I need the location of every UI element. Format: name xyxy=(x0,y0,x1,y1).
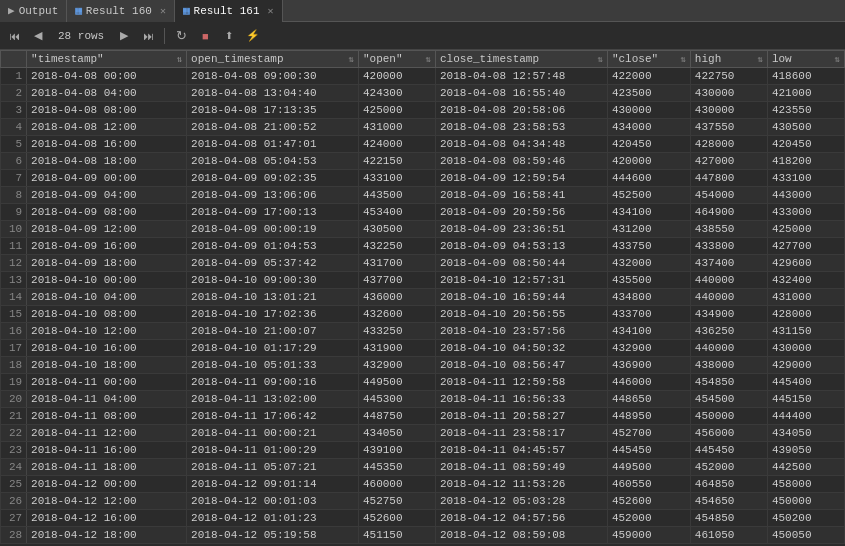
next-page-button[interactable]: ▶ xyxy=(114,26,134,46)
table-row[interactable]: 212018-04-11 08:002018-04-11 17:06:42448… xyxy=(1,408,845,425)
tab-result-160[interactable]: ▦ Result 160 ✕ xyxy=(67,0,175,22)
table-row[interactable]: 192018-04-11 00:002018-04-11 09:00:16449… xyxy=(1,374,845,391)
table-row[interactable]: 22018-04-08 04:002018-04-08 13:04:404243… xyxy=(1,85,845,102)
cell-timestamp: 2018-04-11 00:00 xyxy=(27,374,187,391)
cell-open: 452750 xyxy=(358,493,435,510)
cell-open_timestamp: 2018-04-10 21:00:07 xyxy=(187,323,359,340)
tab-output[interactable]: ▶ Output xyxy=(0,0,67,22)
col-header-timestamp[interactable]: "timestamp" ⇅ xyxy=(27,51,187,68)
cell-high: 430000 xyxy=(690,102,767,119)
cell-timestamp: 2018-04-08 00:00 xyxy=(27,68,187,85)
cell-high: 433800 xyxy=(690,238,767,255)
prev-page-button[interactable]: ◀ xyxy=(28,26,48,46)
cell-close_timestamp: 2018-04-08 16:55:40 xyxy=(436,85,608,102)
cell-open_timestamp: 2018-04-11 01:00:29 xyxy=(187,442,359,459)
cell-high: 454850 xyxy=(690,510,767,527)
cell-open: 451150 xyxy=(358,527,435,544)
col-header-high[interactable]: high ⇅ xyxy=(690,51,767,68)
sort-icon-high: ⇅ xyxy=(757,54,762,65)
cell-close: 445450 xyxy=(607,442,690,459)
table-row[interactable]: 252018-04-12 00:002018-04-12 09:01:14460… xyxy=(1,476,845,493)
cell-close: 431200 xyxy=(607,221,690,238)
export-button[interactable]: ⬆ xyxy=(219,26,239,46)
cell-low: 450050 xyxy=(767,527,844,544)
table-row[interactable]: 182018-04-10 18:002018-04-10 05:01:33432… xyxy=(1,357,845,374)
table-row[interactable]: 282018-04-12 18:002018-04-12 05:19:58451… xyxy=(1,527,845,544)
table-row[interactable]: 12018-04-08 00:002018-04-08 09:00:304200… xyxy=(1,68,845,85)
cell-low: 423550 xyxy=(767,102,844,119)
table-row[interactable]: 72018-04-09 00:002018-04-09 09:02:354331… xyxy=(1,170,845,187)
cell-low: 450200 xyxy=(767,510,844,527)
cell-open: 431900 xyxy=(358,340,435,357)
row-number: 8 xyxy=(1,187,27,204)
row-number: 10 xyxy=(1,221,27,238)
cell-timestamp: 2018-04-12 16:00 xyxy=(27,510,187,527)
table-row[interactable]: 82018-04-09 04:002018-04-09 13:06:064435… xyxy=(1,187,845,204)
table-row[interactable]: 232018-04-11 16:002018-04-11 01:00:29439… xyxy=(1,442,845,459)
cell-close_timestamp: 2018-04-10 08:56:47 xyxy=(436,357,608,374)
sort-icon-close-ts: ⇅ xyxy=(597,54,602,65)
results-table-container: "timestamp" ⇅ open_timestamp ⇅ "open" ⇅ xyxy=(0,50,845,546)
filter-button[interactable]: ⚡ xyxy=(243,26,263,46)
cell-timestamp: 2018-04-08 12:00 xyxy=(27,119,187,136)
col-header-close-timestamp[interactable]: close_timestamp ⇅ xyxy=(436,51,608,68)
cell-high: 440000 xyxy=(690,272,767,289)
col-header-open-timestamp[interactable]: open_timestamp ⇅ xyxy=(187,51,359,68)
table-row[interactable]: 152018-04-10 08:002018-04-10 17:02:36432… xyxy=(1,306,845,323)
cell-close: 432000 xyxy=(607,255,690,272)
table-row[interactable]: 62018-04-08 18:002018-04-08 05:04:534221… xyxy=(1,153,845,170)
col-header-open[interactable]: "open" ⇅ xyxy=(358,51,435,68)
table-row[interactable]: 172018-04-10 16:002018-04-10 01:17:29431… xyxy=(1,340,845,357)
cell-timestamp: 2018-04-10 12:00 xyxy=(27,323,187,340)
row-number: 3 xyxy=(1,102,27,119)
close-icon-161[interactable]: ✕ xyxy=(268,5,274,17)
cell-open_timestamp: 2018-04-11 09:00:16 xyxy=(187,374,359,391)
last-page-button[interactable]: ⏭ xyxy=(138,26,158,46)
close-icon-160[interactable]: ✕ xyxy=(160,5,166,17)
cell-close_timestamp: 2018-04-08 04:34:48 xyxy=(436,136,608,153)
cell-timestamp: 2018-04-12 00:00 xyxy=(27,476,187,493)
cell-open: 420000 xyxy=(358,68,435,85)
cell-open_timestamp: 2018-04-09 09:02:35 xyxy=(187,170,359,187)
table-row[interactable]: 242018-04-11 18:002018-04-11 05:07:21445… xyxy=(1,459,845,476)
refresh-button[interactable]: ↻ xyxy=(171,26,191,46)
cell-open_timestamp: 2018-04-12 05:19:58 xyxy=(187,527,359,544)
table-row[interactable]: 142018-04-10 04:002018-04-10 13:01:21436… xyxy=(1,289,845,306)
col-header-close[interactable]: "close" ⇅ xyxy=(607,51,690,68)
col-header-low[interactable]: low ⇅ xyxy=(767,51,844,68)
table-row[interactable]: 92018-04-09 08:002018-04-09 17:00:134534… xyxy=(1,204,845,221)
table-row[interactable]: 202018-04-11 04:002018-04-11 13:02:00445… xyxy=(1,391,845,408)
cell-close_timestamp: 2018-04-12 04:57:56 xyxy=(436,510,608,527)
cell-timestamp: 2018-04-11 04:00 xyxy=(27,391,187,408)
cell-timestamp: 2018-04-10 04:00 xyxy=(27,289,187,306)
cell-low: 434050 xyxy=(767,425,844,442)
cell-timestamp: 2018-04-10 18:00 xyxy=(27,357,187,374)
table-row[interactable]: 42018-04-08 12:002018-04-08 21:00:524310… xyxy=(1,119,845,136)
cell-open_timestamp: 2018-04-09 13:06:06 xyxy=(187,187,359,204)
cell-timestamp: 2018-04-09 12:00 xyxy=(27,221,187,238)
cell-close: 452700 xyxy=(607,425,690,442)
cell-open_timestamp: 2018-04-11 00:00:21 xyxy=(187,425,359,442)
table-row[interactable]: 162018-04-10 12:002018-04-10 21:00:07433… xyxy=(1,323,845,340)
first-page-button[interactable]: ⏮ xyxy=(4,26,24,46)
cell-close_timestamp: 2018-04-10 04:50:32 xyxy=(436,340,608,357)
table-row[interactable]: 132018-04-10 00:002018-04-10 09:00:30437… xyxy=(1,272,845,289)
cell-open: 439100 xyxy=(358,442,435,459)
table-row[interactable]: 222018-04-11 12:002018-04-11 00:00:21434… xyxy=(1,425,845,442)
table-row[interactable]: 272018-04-12 16:002018-04-12 01:01:23452… xyxy=(1,510,845,527)
cell-open: 445350 xyxy=(358,459,435,476)
table-row[interactable]: 32018-04-08 08:002018-04-08 17:13:354250… xyxy=(1,102,845,119)
table-row[interactable]: 262018-04-12 12:002018-04-12 00:01:03452… xyxy=(1,493,845,510)
cell-high: 422750 xyxy=(690,68,767,85)
cell-open: 430500 xyxy=(358,221,435,238)
stop-button[interactable]: ■ xyxy=(195,26,215,46)
table-row[interactable]: 112018-04-09 16:002018-04-09 01:04:53432… xyxy=(1,238,845,255)
cell-high: 454850 xyxy=(690,374,767,391)
table-row[interactable]: 122018-04-09 18:002018-04-09 05:37:42431… xyxy=(1,255,845,272)
cell-open: 432250 xyxy=(358,238,435,255)
table-row[interactable]: 52018-04-08 16:002018-04-08 01:47:014240… xyxy=(1,136,845,153)
tab-result-161[interactable]: ▦ Result 161 ✕ xyxy=(175,0,283,22)
cell-timestamp: 2018-04-11 08:00 xyxy=(27,408,187,425)
cell-timestamp: 2018-04-08 16:00 xyxy=(27,136,187,153)
table-row[interactable]: 102018-04-09 12:002018-04-09 00:00:19430… xyxy=(1,221,845,238)
